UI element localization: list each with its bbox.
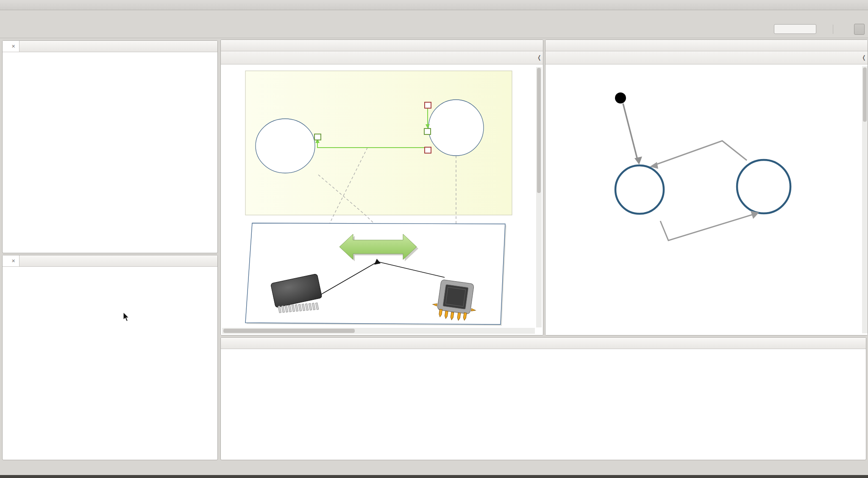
- horizontal-scrollbar-thumb[interactable]: [223, 329, 355, 333]
- coffeecoin-canvas[interactable]: [545, 64, 868, 335]
- init-transition[interactable]: [623, 103, 637, 159]
- gemoc-engines-status-view: ✕: [2, 255, 218, 460]
- status-bar: [0, 461, 868, 475]
- transition-locked-to-unlocked[interactable]: [660, 214, 755, 240]
- logical-steps-tree: [221, 349, 866, 352]
- palette-collapse-icon[interactable]: ❬: [862, 54, 866, 61]
- sigpml-diagram: [221, 64, 543, 335]
- coffeecoin-editor-group: ❬: [545, 39, 868, 335]
- palette-collapse-icon[interactable]: ❬: [537, 54, 542, 61]
- transition-unlocked-to-locked[interactable]: [652, 141, 747, 166]
- sigpml-editor-tabbar: [221, 40, 543, 51]
- coffeecoin-statemachine: [545, 64, 868, 335]
- sigpml-diagram-toolbar: ❬: [221, 51, 543, 64]
- tab-project-explorer[interactable]: ✕: [3, 41, 19, 52]
- sigpml-canvas[interactable]: [221, 64, 543, 335]
- actor-releasecoffee[interactable]: [256, 119, 315, 173]
- actor-selectcoffee[interactable]: [428, 100, 484, 156]
- vertical-scrollbar-thumb[interactable]: [863, 67, 867, 122]
- project-explorer-tabbar: ✕: [3, 41, 217, 52]
- perspective-button-xdsml[interactable]: [854, 24, 865, 35]
- sigpml-editor-group: ❬: [220, 39, 543, 335]
- close-icon[interactable]: ✕: [11, 258, 15, 264]
- main-toolbar: [0, 21, 868, 38]
- project-explorer-view: ✕: [2, 40, 218, 253]
- bottom-view-stack: [220, 337, 866, 460]
- mouse-cursor: [123, 312, 131, 323]
- menubar: [0, 10, 868, 21]
- toolbar-separator: [833, 25, 833, 34]
- quick-access-input[interactable]: [774, 24, 816, 34]
- bottom-tabbar: [221, 338, 866, 349]
- initial-state-dot[interactable]: [615, 92, 626, 103]
- init-transition-arrowhead: [634, 157, 642, 165]
- close-icon[interactable]: ✕: [11, 44, 15, 49]
- project-explorer-tree: [3, 52, 217, 55]
- engines-tabbar: ✕: [3, 255, 217, 267]
- window-titlebar[interactable]: [0, 0, 868, 10]
- state-locked[interactable]: [615, 165, 664, 214]
- screen-edge-strip: [0, 475, 868, 478]
- engines-list: [3, 267, 217, 268]
- tab-model-explorer[interactable]: [19, 41, 29, 52]
- vertical-scrollbar-thumb[interactable]: [537, 68, 541, 193]
- state-unlocked[interactable]: [737, 160, 790, 213]
- coffeecoin-editor-tabbar: [545, 40, 868, 51]
- tab-gemoc-engines-status[interactable]: ✕: [3, 255, 19, 266]
- coffeecoin-diagram-toolbar: ❬: [545, 51, 868, 64]
- window-controls: [842, 0, 862, 10]
